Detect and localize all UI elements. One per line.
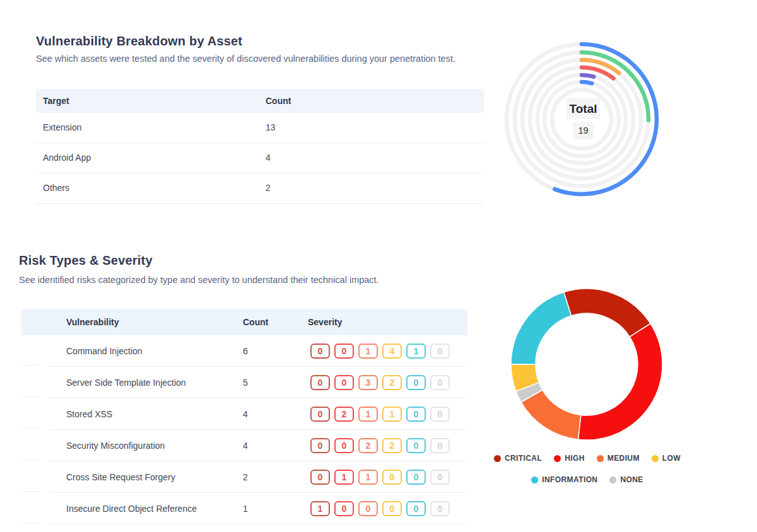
asset-ring-chart — [500, 37, 664, 201]
target-cell: Others — [43, 173, 69, 203]
legend-label: NONE — [620, 475, 643, 484]
risks-header-vulnerability: Vulnerability — [66, 309, 119, 335]
assets-section-subtitle: See which assets were tested and the sev… — [36, 54, 455, 64]
row-divider-stub — [21, 491, 40, 492]
table-row: Extension13 — [36, 113, 484, 143]
row-divider-stub — [21, 365, 40, 366]
severity-badge-medium: 3 — [358, 375, 378, 390]
row-divider-stub — [21, 396, 40, 397]
legend-item-information[interactable]: INFORMATION — [531, 475, 597, 484]
assets-header-target: Target — [43, 89, 69, 113]
table-row: Insecure Direct Object Reference1100000 — [21, 493, 467, 524]
legend-dot — [531, 477, 538, 483]
severity-badge-medium: 1 — [358, 470, 378, 485]
legend-item-critical[interactable]: CRITICAL — [494, 454, 542, 463]
assets-table: Target Count Extension13Android App4Othe… — [36, 89, 484, 204]
count-cell: 4 — [243, 398, 248, 430]
severity-badge-critical: 0 — [310, 470, 330, 485]
vulnerability-cell: Stored XSS — [66, 398, 112, 430]
severity-badge-critical: 1 — [310, 501, 330, 516]
legend-row: INFORMATIONNONE — [531, 475, 643, 484]
severity-badge-group: 002200 — [310, 438, 450, 453]
severity-badge-information: 0 — [406, 501, 426, 516]
legend-dot — [597, 455, 604, 462]
row-divider-stub — [21, 523, 40, 523]
severity-badge-information: 0 — [406, 375, 426, 390]
severity-badge-critical: 0 — [310, 344, 330, 359]
severity-badge-low: 0 — [382, 470, 402, 485]
severity-badge-high: 0 — [334, 501, 354, 516]
legend-label: HIGH — [565, 454, 585, 463]
assets-header-count: Count — [266, 89, 291, 113]
legend-dot — [494, 455, 501, 462]
severity-badge-low: 0 — [382, 501, 402, 516]
row-divider-stub — [21, 428, 40, 429]
risks-table: Vulnerability Count Severity Command Inj… — [21, 309, 467, 524]
severity-badge-group: 001410 — [310, 344, 450, 359]
table-row: Others2 — [36, 173, 484, 204]
donut-legend: CRITICALHIGHMEDIUMLOWINFORMATIONNONE — [477, 454, 698, 484]
vulnerability-cell: Security Misconfiguration — [66, 430, 165, 461]
legend-item-medium[interactable]: MEDIUM — [597, 454, 640, 463]
assets-section-title: Vulnerability Breakdown by Asset — [36, 34, 242, 49]
table-row: Cross Site Request Forgery2011000 — [21, 461, 467, 493]
risks-table-header: Vulnerability Count Severity — [21, 309, 467, 335]
vulnerability-cell: Cross Site Request Forgery — [66, 461, 175, 493]
severity-badge-high: 0 — [334, 438, 354, 453]
risks-section-subtitle: See identified risks categorized by type… — [19, 275, 379, 285]
legend-item-none[interactable]: NONE — [609, 475, 643, 484]
legend-label: MEDIUM — [607, 454, 640, 463]
row-divider-stub — [21, 460, 40, 460]
severity-badge-low: 2 — [382, 438, 402, 453]
severity-badge-none: 0 — [430, 438, 450, 453]
severity-badge-high: 0 — [334, 344, 354, 359]
severity-badge-group: 003200 — [310, 375, 450, 390]
table-row: Command Injection6001410 — [21, 335, 467, 367]
severity-badge-none: 0 — [430, 407, 450, 422]
legend-label: INFORMATION — [542, 475, 597, 484]
table-row: Server Side Template Injection5003200 — [21, 367, 467, 398]
legend-dot — [554, 455, 561, 462]
target-cell: Extension — [43, 113, 81, 142]
severity-badge-group: 011000 — [310, 470, 450, 485]
assets-table-header: Target Count — [36, 89, 484, 113]
severity-badge-critical: 0 — [310, 407, 330, 422]
severity-badge-medium: 1 — [358, 344, 378, 359]
table-row: Stored XSS4021100 — [21, 398, 467, 430]
count-cell: 4 — [266, 143, 271, 173]
count-cell: 5 — [243, 367, 248, 398]
target-cell: Android App — [43, 143, 91, 173]
count-cell: 2 — [266, 173, 271, 203]
ring-track — [544, 82, 619, 156]
legend-item-high[interactable]: HIGH — [554, 454, 585, 463]
count-cell: 1 — [243, 493, 248, 524]
table-row: Android App4 — [36, 143, 484, 173]
risks-section-title: Risk Types & Severity — [19, 253, 153, 268]
legend-row: CRITICALHIGHMEDIUMLOW — [494, 454, 681, 463]
legend-dot — [652, 455, 659, 462]
report-page: Vulnerability Breakdown by Asset See whi… — [0, 0, 757, 532]
severity-badge-information: 1 — [406, 344, 426, 359]
risks-header-severity: Severity — [308, 309, 342, 335]
severity-badge-medium: 0 — [358, 501, 378, 516]
ring-track — [522, 60, 641, 178]
severity-badge-medium: 2 — [358, 438, 378, 453]
severity-badge-information: 0 — [406, 470, 426, 485]
donut-slice-critical — [564, 289, 650, 337]
severity-badge-information: 0 — [406, 438, 426, 453]
severity-badge-group: 100000 — [310, 501, 450, 516]
severity-badge-high: 0 — [334, 375, 354, 390]
vulnerability-cell: Command Injection — [66, 335, 143, 367]
count-cell: 13 — [266, 113, 276, 142]
severity-badge-information: 0 — [406, 407, 426, 422]
row-divider — [49, 524, 467, 524]
severity-badge-medium: 1 — [358, 407, 378, 422]
severity-badge-none: 0 — [430, 344, 450, 359]
legend-item-low[interactable]: LOW — [652, 454, 681, 463]
severity-badge-high: 2 — [334, 407, 354, 422]
legend-label: CRITICAL — [505, 454, 542, 463]
severity-badge-low: 4 — [382, 344, 402, 359]
donut-slice-information — [511, 292, 572, 364]
ring-chart-total-value: 19 — [573, 122, 594, 139]
vulnerability-cell: Server Side Template Injection — [66, 367, 186, 398]
